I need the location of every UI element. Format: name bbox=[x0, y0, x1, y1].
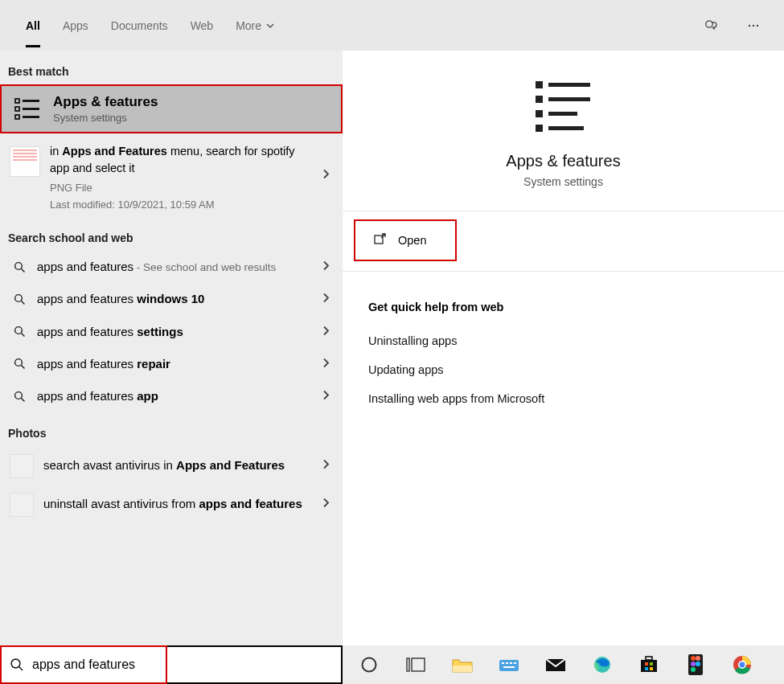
svg-point-16 bbox=[14, 359, 22, 367]
web-suggestion[interactable]: apps and features app bbox=[0, 380, 343, 412]
web-suggestion[interactable]: apps and features windows 10 bbox=[0, 283, 343, 315]
svg-point-53 bbox=[696, 661, 700, 666]
task-view-icon[interactable] bbox=[404, 653, 428, 677]
file-result-type: PNG File bbox=[50, 182, 310, 194]
photo-thumbnail-icon bbox=[10, 454, 34, 478]
chrome-browser-icon[interactable] bbox=[730, 653, 754, 677]
svg-rect-6 bbox=[15, 107, 19, 111]
svg-rect-20 bbox=[536, 81, 543, 88]
chevron-right-icon bbox=[322, 293, 330, 306]
svg-rect-46 bbox=[650, 662, 653, 666]
svg-rect-40 bbox=[503, 666, 515, 668]
edge-browser-icon[interactable] bbox=[590, 653, 614, 677]
search-icon bbox=[10, 293, 29, 305]
svg-point-3 bbox=[757, 24, 758, 26]
tab-more-label: More bbox=[236, 19, 261, 32]
suggestion-text: apps and features repair bbox=[37, 356, 333, 372]
svg-line-19 bbox=[21, 398, 24, 401]
file-explorer-icon[interactable] bbox=[450, 653, 474, 677]
svg-point-29 bbox=[11, 659, 20, 668]
svg-rect-49 bbox=[688, 654, 703, 675]
help-link-updating[interactable]: Updating apps bbox=[343, 355, 784, 384]
help-link-installing-web-apps[interactable]: Installing web apps from Microsoft bbox=[343, 384, 784, 413]
chevron-right-icon bbox=[322, 169, 330, 182]
section-header-school-web: Search school and web bbox=[0, 217, 343, 251]
figma-icon[interactable] bbox=[683, 653, 708, 677]
chevron-right-icon bbox=[322, 459, 330, 473]
svg-rect-47 bbox=[645, 667, 648, 670]
svg-line-30 bbox=[19, 667, 23, 670]
search-icon bbox=[10, 261, 29, 273]
svg-rect-32 bbox=[407, 658, 409, 671]
svg-rect-37 bbox=[506, 662, 508, 664]
svg-rect-44 bbox=[646, 657, 652, 660]
help-link-uninstalling[interactable]: Uninstalling apps bbox=[343, 326, 784, 355]
search-box[interactable] bbox=[0, 645, 343, 684]
svg-rect-33 bbox=[412, 658, 425, 671]
web-suggestion[interactable]: apps and features repair bbox=[0, 348, 343, 380]
tab-web[interactable]: Web bbox=[179, 0, 225, 51]
photo-result-title: uninstall avast antivirus from apps and … bbox=[43, 495, 333, 513]
svg-rect-38 bbox=[510, 662, 512, 664]
file-result-title: in Apps and Features menu, search for sp… bbox=[50, 143, 310, 177]
file-result[interactable]: in Apps and Features menu, search for sp… bbox=[0, 133, 343, 217]
feedback-icon[interactable] bbox=[700, 14, 723, 37]
tab-all[interactable]: All bbox=[14, 0, 51, 51]
preview-subtitle: System settings bbox=[343, 175, 784, 188]
svg-rect-4 bbox=[15, 99, 19, 103]
open-label: Open bbox=[398, 234, 426, 247]
svg-rect-35 bbox=[499, 660, 519, 671]
svg-point-1 bbox=[749, 24, 750, 26]
tab-apps[interactable]: Apps bbox=[51, 0, 100, 51]
search-icon bbox=[10, 326, 29, 338]
divider bbox=[343, 211, 784, 211]
apps-features-large-icon bbox=[531, 75, 597, 141]
svg-rect-45 bbox=[645, 662, 648, 666]
preview-title: Apps & features bbox=[343, 152, 784, 170]
svg-rect-34 bbox=[453, 666, 472, 672]
svg-point-54 bbox=[691, 667, 696, 672]
microsoft-store-icon[interactable] bbox=[637, 653, 661, 677]
file-thumbnail-icon bbox=[10, 146, 40, 177]
svg-rect-26 bbox=[536, 125, 543, 132]
chevron-right-icon bbox=[322, 390, 330, 403]
section-header-best-match: Best match bbox=[0, 51, 343, 84]
chevron-right-icon bbox=[322, 325, 330, 338]
svg-rect-48 bbox=[650, 667, 653, 670]
svg-rect-8 bbox=[15, 115, 19, 119]
svg-rect-28 bbox=[375, 236, 383, 244]
svg-point-52 bbox=[691, 661, 696, 666]
more-options-icon[interactable] bbox=[742, 14, 765, 37]
svg-point-57 bbox=[740, 662, 745, 668]
svg-rect-36 bbox=[502, 662, 504, 664]
keyboard-icon[interactable] bbox=[497, 653, 521, 677]
cortana-icon[interactable] bbox=[357, 653, 381, 677]
suggestion-text: apps and features app bbox=[37, 388, 333, 404]
search-icon bbox=[2, 657, 32, 672]
web-suggestion[interactable]: apps and features - See school and web r… bbox=[0, 251, 343, 283]
search-input[interactable] bbox=[32, 657, 341, 672]
suggestion-text: apps and features settings bbox=[37, 324, 333, 340]
svg-point-2 bbox=[753, 24, 754, 26]
photo-thumbnail-icon bbox=[10, 493, 34, 517]
best-match-result[interactable]: Apps & features System settings bbox=[0, 84, 343, 133]
svg-line-15 bbox=[21, 334, 24, 337]
svg-line-13 bbox=[21, 301, 24, 304]
svg-rect-43 bbox=[641, 660, 657, 672]
photo-result[interactable]: search avast antivirus in Apps and Featu… bbox=[0, 446, 343, 485]
photo-result[interactable]: uninstall avast antivirus from apps and … bbox=[0, 485, 343, 523]
chevron-right-icon bbox=[322, 498, 330, 511]
svg-point-31 bbox=[363, 658, 376, 672]
suggestion-text: apps and features windows 10 bbox=[37, 291, 333, 307]
help-header: Get quick help from web bbox=[343, 272, 784, 326]
open-external-icon bbox=[373, 232, 387, 248]
svg-point-18 bbox=[14, 391, 22, 399]
web-suggestion[interactable]: apps and features settings bbox=[0, 316, 343, 348]
tab-documents[interactable]: Documents bbox=[100, 0, 179, 51]
svg-point-10 bbox=[14, 262, 22, 269]
open-button[interactable]: Open bbox=[354, 219, 457, 261]
svg-rect-39 bbox=[514, 662, 516, 664]
mail-icon[interactable] bbox=[544, 653, 568, 677]
tab-more[interactable]: More bbox=[224, 0, 285, 51]
photo-result-title: search avast antivirus in Apps and Featu… bbox=[43, 457, 333, 474]
